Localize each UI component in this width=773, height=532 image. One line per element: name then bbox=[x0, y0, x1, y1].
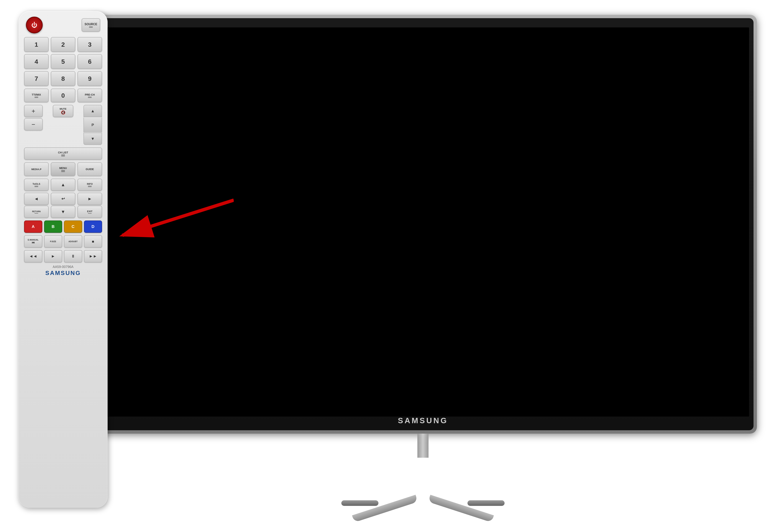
stop-icon: ■ bbox=[92, 239, 94, 244]
tti-icon bbox=[34, 97, 38, 98]
ff-icon: ►► bbox=[89, 254, 97, 259]
media-p-button[interactable]: MEDIA.P bbox=[24, 162, 49, 176]
nav-right-button[interactable]: ► bbox=[77, 193, 102, 205]
top-row: ⏻ SOURCE bbox=[22, 17, 104, 33]
psize-button[interactable]: P.SIZE bbox=[44, 235, 62, 248]
tools-icon bbox=[34, 186, 38, 187]
vol-plus-icon: + bbox=[32, 107, 35, 115]
return-row: RETURN ▼ EXIT bbox=[22, 206, 104, 218]
exit-button[interactable]: EXIT bbox=[77, 206, 102, 218]
button-2[interactable]: 2 bbox=[51, 37, 75, 52]
chlist-icon bbox=[61, 155, 65, 156]
button-4[interactable]: 4 bbox=[24, 54, 49, 69]
ch-down-icon: ▼ bbox=[91, 136, 95, 141]
tv-stand bbox=[340, 434, 506, 506]
ch-list-button[interactable]: CH LIST bbox=[24, 147, 102, 160]
button-0[interactable]: 0 bbox=[51, 89, 75, 102]
remote-model-number: AA59-00796A bbox=[53, 265, 73, 269]
button-6[interactable]: 6 bbox=[77, 54, 102, 69]
power-icon: ⏻ bbox=[31, 22, 37, 29]
stand-foot-right bbox=[467, 500, 504, 506]
stand-base-left bbox=[352, 495, 418, 522]
tools-row: ToOLS ▲ INFO bbox=[22, 179, 104, 191]
stand-neck bbox=[417, 434, 428, 458]
ch-up-icon: ▲ bbox=[91, 109, 95, 113]
tv-outer-bezel: SAMSUNG bbox=[89, 15, 757, 434]
info-button[interactable]: INFO bbox=[77, 179, 102, 191]
media-menu-row: MEDIA.P MENU GUIDE bbox=[22, 162, 104, 176]
vol-ch-row: + − MUTE 🔇 ▲ P ▼ bbox=[22, 105, 104, 145]
button-9[interactable]: 9 bbox=[77, 71, 102, 86]
emanual-button[interactable]: E-MANUAL ⏮ bbox=[24, 235, 42, 248]
special-row: TTI/MIX 0 PRE-CH bbox=[22, 89, 104, 102]
button-7[interactable]: 7 bbox=[24, 71, 49, 86]
rewind-icon: ◄◄ bbox=[29, 254, 37, 259]
exit-icon bbox=[88, 213, 92, 214]
scene: SAMSUNG ⏻ bbox=[0, 0, 773, 532]
enter-icon: ↩ bbox=[61, 196, 65, 201]
bottom-function-row: E-MANUAL ⏮ P.SIZE AD/SUBT ■ bbox=[22, 235, 104, 248]
playback-row: ◄◄ ► ⏸ ►► bbox=[22, 250, 104, 262]
nav-left-button[interactable]: ◄ bbox=[24, 193, 49, 205]
button-3[interactable]: 3 bbox=[77, 37, 102, 52]
play-button[interactable]: ► bbox=[44, 250, 62, 262]
return-icon bbox=[34, 213, 38, 213]
button-a-red[interactable]: A bbox=[24, 221, 42, 233]
source-button[interactable]: SOURCE bbox=[82, 18, 100, 32]
mute-icon: 🔇 bbox=[61, 110, 65, 115]
adsubt-button[interactable]: AD/SUBT bbox=[64, 235, 82, 248]
tv-inner-bezel: SAMSUNG bbox=[92, 18, 754, 430]
button-c-yellow[interactable]: C bbox=[64, 221, 82, 233]
emanual-icon: ⏮ bbox=[32, 241, 35, 244]
channel-up-button[interactable]: ▲ bbox=[83, 105, 102, 117]
prech-icon bbox=[88, 97, 92, 98]
volume-down-button[interactable]: − bbox=[24, 118, 43, 130]
channel-p-label: P bbox=[83, 117, 102, 132]
pause-button[interactable]: ⏸ bbox=[64, 250, 82, 262]
button-5[interactable]: 5 bbox=[51, 54, 75, 69]
nav-lr-row: ◄ ↩ ► bbox=[22, 193, 104, 205]
color-buttons-row: A B C D bbox=[22, 221, 104, 233]
tv-screen bbox=[103, 27, 749, 417]
source-label: SOURCE bbox=[85, 23, 97, 26]
tools-button[interactable]: ToOLS bbox=[24, 179, 49, 191]
channel-control: ▲ P ▼ bbox=[83, 105, 102, 145]
nav-down-button[interactable]: ▼ bbox=[51, 206, 75, 218]
guide-button[interactable]: GUIDE bbox=[77, 162, 102, 176]
tti-mix-button[interactable]: TTI/MIX bbox=[24, 89, 49, 102]
power-button[interactable]: ⏻ bbox=[26, 17, 43, 33]
menu-button[interactable]: MENU bbox=[51, 162, 75, 176]
channel-down-button[interactable]: ▼ bbox=[83, 133, 102, 145]
rewind-button[interactable]: ◄◄ bbox=[24, 250, 42, 262]
button-d-blue[interactable]: D bbox=[84, 221, 102, 233]
nav-up-outer-button[interactable]: ▲ bbox=[51, 179, 75, 191]
menu-icon bbox=[61, 170, 65, 172]
left-arrow-icon: ◄ bbox=[34, 196, 39, 201]
vol-minus-icon: − bbox=[32, 121, 35, 128]
volume-control: + − bbox=[24, 105, 43, 145]
button-8[interactable]: 8 bbox=[51, 71, 75, 86]
tv: SAMSUNG bbox=[89, 15, 757, 506]
button-b-green[interactable]: B bbox=[44, 221, 62, 233]
info-icon bbox=[88, 186, 92, 187]
stand-base-right bbox=[428, 495, 494, 522]
return-button[interactable]: RETURN bbox=[24, 206, 49, 218]
mute-button[interactable]: MUTE 🔇 bbox=[53, 105, 73, 117]
button-1[interactable]: 1 bbox=[24, 37, 49, 52]
stand-foot-left bbox=[341, 500, 378, 506]
up-arrow-icon: ▲ bbox=[61, 182, 65, 187]
stop-button[interactable]: ■ bbox=[84, 235, 102, 248]
volume-up-button[interactable]: + bbox=[24, 105, 43, 117]
fastforward-button[interactable]: ►► bbox=[84, 250, 102, 262]
prech-button[interactable]: PRE-CH bbox=[77, 89, 102, 102]
tv-brand-label: SAMSUNG bbox=[398, 416, 448, 425]
remote-brand-label: SAMSUNG bbox=[45, 270, 81, 276]
pause-icon: ⏸ bbox=[71, 254, 75, 259]
source-icon bbox=[89, 26, 93, 28]
number-grid: 1 2 3 4 5 6 7 8 9 bbox=[22, 37, 104, 86]
remote-control: ⏻ SOURCE 1 2 3 4 5 6 7 8 9 TTI/MIX bbox=[19, 11, 108, 508]
right-arrow-icon: ► bbox=[87, 196, 92, 201]
play-icon: ► bbox=[51, 254, 55, 259]
nav-center-button[interactable]: ↩ bbox=[51, 193, 75, 205]
down-arrow-icon: ▼ bbox=[61, 209, 65, 214]
